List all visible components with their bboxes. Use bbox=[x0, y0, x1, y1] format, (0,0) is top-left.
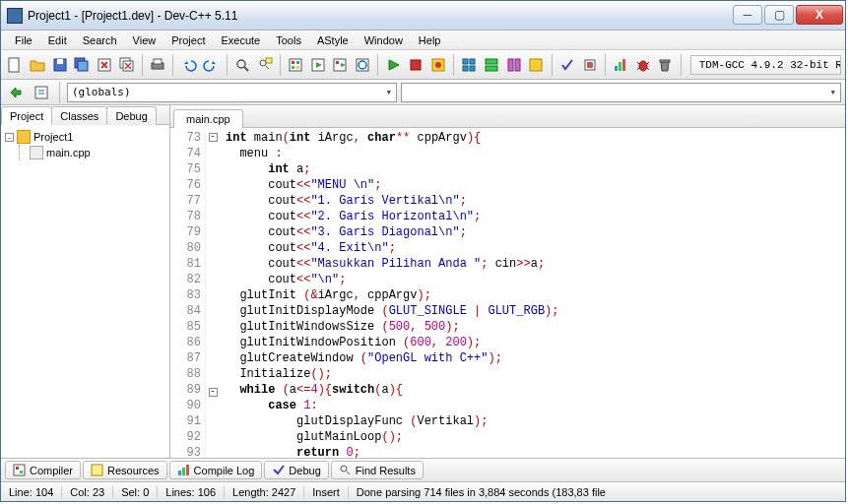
status-mode: Insert bbox=[304, 486, 349, 498]
title-bar[interactable]: Project1 - [Project1.dev] - Dev-C++ 5.11… bbox=[1, 1, 845, 31]
svg-rect-44 bbox=[16, 467, 19, 470]
svg-point-11 bbox=[260, 60, 266, 66]
menu-view[interactable]: View bbox=[125, 32, 164, 48]
resources-icon bbox=[91, 464, 103, 476]
debug-stop-icon[interactable] bbox=[406, 54, 426, 76]
tab-compile-log[interactable]: Compile Log bbox=[169, 461, 263, 479]
tab-resources[interactable]: Resources bbox=[83, 461, 167, 479]
close-button[interactable]: X bbox=[796, 5, 843, 25]
chevron-down-icon: ▾ bbox=[829, 86, 836, 98]
status-col: Col: 23 bbox=[62, 486, 113, 498]
debug-icon bbox=[272, 464, 285, 476]
project-tree[interactable]: - Project1 main.cpp bbox=[1, 125, 169, 458]
svg-rect-15 bbox=[296, 61, 299, 64]
window-title: Project1 - [Project1.dev] - Dev-C++ 5.11 bbox=[28, 9, 731, 23]
debug-start-icon[interactable] bbox=[383, 54, 404, 76]
stats-icon[interactable] bbox=[611, 54, 631, 76]
replace-icon[interactable] bbox=[254, 54, 275, 76]
status-line: Line: 104 bbox=[1, 486, 62, 498]
tree-project-label: Project1 bbox=[33, 131, 73, 143]
close-file-icon[interactable] bbox=[95, 54, 115, 76]
code-content[interactable]: int main(int iArgc, char** cppArgv){ men… bbox=[220, 128, 558, 458]
goto-func-icon[interactable] bbox=[5, 82, 27, 103]
scope-combo[interactable]: (globals)▾ bbox=[67, 83, 397, 102]
svg-rect-13 bbox=[290, 59, 301, 71]
svg-rect-28 bbox=[463, 66, 468, 71]
undo-icon[interactable] bbox=[178, 54, 199, 76]
svg-rect-27 bbox=[470, 59, 475, 64]
profiling-icon[interactable] bbox=[428, 54, 449, 76]
compiler-selector[interactable]: TDM-GCC 4.9.2 32-bit R bbox=[690, 55, 841, 75]
tab-find-results[interactable]: Find Results bbox=[331, 461, 424, 479]
open-file-icon[interactable] bbox=[28, 54, 48, 76]
grid3-icon[interactable] bbox=[503, 54, 524, 76]
tab-classes[interactable]: Classes bbox=[51, 106, 107, 125]
save-icon[interactable] bbox=[49, 54, 70, 76]
compiler-icon bbox=[13, 464, 26, 476]
compile-run-icon[interactable] bbox=[330, 54, 351, 76]
status-bar: Line: 104 Col: 23 Sel: 0 Lines: 106 Leng… bbox=[1, 481, 845, 501]
plugin-icon[interactable] bbox=[579, 54, 600, 76]
tree-file-node[interactable]: main.cpp bbox=[30, 145, 165, 160]
tree-project-node[interactable]: - Project1 bbox=[5, 129, 165, 145]
editor-area: main.cpp 7374757677787980818283848586878… bbox=[170, 105, 845, 458]
collapse-icon[interactable]: - bbox=[5, 133, 14, 142]
menu-window[interactable]: Window bbox=[357, 32, 411, 48]
line-number-gutter: 7374757677787980818283848586878889909192… bbox=[170, 128, 206, 458]
menu-execute[interactable]: Execute bbox=[213, 32, 268, 48]
code-editor[interactable]: 7374757677787980818283848586878889909192… bbox=[170, 128, 845, 458]
svg-rect-29 bbox=[470, 66, 475, 71]
svg-rect-17 bbox=[296, 66, 299, 69]
svg-rect-38 bbox=[619, 62, 621, 71]
tree-file-label: main.cpp bbox=[46, 147, 91, 158]
menu-project[interactable]: Project bbox=[163, 32, 213, 48]
chevron-down-icon: ▾ bbox=[385, 86, 392, 98]
save-all-icon[interactable] bbox=[72, 54, 93, 76]
redo-icon[interactable] bbox=[201, 54, 222, 76]
svg-rect-16 bbox=[292, 66, 294, 69]
close-all-icon[interactable] bbox=[116, 54, 137, 76]
tab-debug[interactable]: Debug bbox=[106, 106, 156, 125]
status-sel: Sel: 0 bbox=[113, 486, 158, 498]
menu-astyle[interactable]: AStyle bbox=[309, 32, 357, 48]
bug-icon[interactable] bbox=[633, 54, 654, 76]
new-file-icon[interactable] bbox=[5, 54, 26, 76]
goto-line-icon[interactable] bbox=[31, 82, 52, 103]
print-icon[interactable] bbox=[148, 54, 168, 76]
svg-rect-45 bbox=[20, 471, 23, 473]
menu-bar: File Edit Search View Project Execute To… bbox=[1, 31, 845, 50]
app-icon bbox=[7, 8, 23, 24]
svg-point-40 bbox=[639, 61, 647, 71]
run-icon[interactable] bbox=[307, 54, 328, 76]
menu-file[interactable]: File bbox=[7, 32, 40, 48]
minimize-button[interactable]: ─ bbox=[733, 5, 762, 25]
fold-gutter[interactable]: -- bbox=[206, 128, 220, 458]
side-panel: Project Classes Debug - Project1 main.cp… bbox=[1, 105, 170, 458]
svg-rect-31 bbox=[486, 66, 497, 71]
svg-rect-32 bbox=[508, 59, 513, 71]
maximize-button[interactable]: ▢ bbox=[764, 5, 794, 25]
status-message: Done parsing 714 files in 3,884 seconds … bbox=[349, 486, 845, 498]
menu-help[interactable]: Help bbox=[411, 32, 449, 48]
find-icon[interactable] bbox=[232, 54, 253, 76]
menu-edit[interactable]: Edit bbox=[40, 32, 75, 48]
check-icon[interactable] bbox=[557, 54, 578, 76]
tab-debug-bottom[interactable]: Debug bbox=[264, 461, 328, 479]
trash-icon[interactable] bbox=[655, 54, 676, 76]
svg-rect-20 bbox=[336, 61, 339, 64]
svg-rect-23 bbox=[411, 60, 421, 70]
members-combo[interactable]: ▾ bbox=[401, 83, 841, 102]
menu-search[interactable]: Search bbox=[75, 32, 125, 48]
tab-project[interactable]: Project bbox=[1, 106, 52, 125]
editor-tab-main[interactable]: main.cpp bbox=[173, 109, 243, 128]
grid4-icon[interactable] bbox=[526, 54, 547, 76]
menu-tools[interactable]: Tools bbox=[268, 32, 309, 48]
tab-compiler[interactable]: Compiler bbox=[5, 461, 81, 479]
compile-icon[interactable] bbox=[286, 54, 306, 76]
grid2-icon[interactable] bbox=[482, 54, 502, 76]
svg-rect-12 bbox=[266, 58, 272, 63]
svg-rect-36 bbox=[587, 62, 593, 68]
svg-point-25 bbox=[435, 62, 441, 68]
grid1-icon[interactable] bbox=[459, 54, 480, 76]
rebuild-icon[interactable] bbox=[353, 54, 373, 76]
